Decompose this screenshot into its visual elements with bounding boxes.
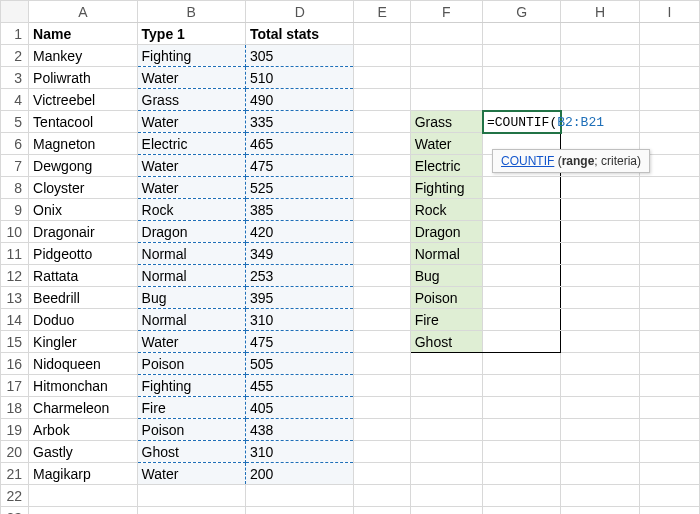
col-header-G[interactable]: G <box>483 1 561 23</box>
cell-B22[interactable] <box>137 485 245 507</box>
cell-D15[interactable]: 475 <box>246 331 354 353</box>
cell-I15[interactable] <box>639 331 699 353</box>
cell-E20[interactable] <box>354 441 410 463</box>
cell-H19[interactable] <box>561 419 639 441</box>
row-header-19[interactable]: 19 <box>1 419 29 441</box>
cell-G15[interactable] <box>483 331 561 353</box>
cell-E6[interactable] <box>354 133 410 155</box>
cell-D16[interactable]: 505 <box>246 353 354 375</box>
cell-I13[interactable] <box>639 287 699 309</box>
cell-D20[interactable]: 310 <box>246 441 354 463</box>
cell-D13[interactable]: 395 <box>246 287 354 309</box>
cell-H11[interactable] <box>561 243 639 265</box>
cell-G19[interactable] <box>483 419 561 441</box>
cell-A19[interactable]: Arbok <box>29 419 137 441</box>
cell-I17[interactable] <box>639 375 699 397</box>
cell-F23[interactable] <box>410 507 482 515</box>
cell-A6[interactable]: Magneton <box>29 133 137 155</box>
cell-H18[interactable] <box>561 397 639 419</box>
cell-E14[interactable] <box>354 309 410 331</box>
cell-B6[interactable]: Electric <box>137 133 245 155</box>
cell-I10[interactable] <box>639 221 699 243</box>
cell-A9[interactable]: Onix <box>29 199 137 221</box>
cell-B19[interactable]: Poison <box>137 419 245 441</box>
cell-H8[interactable] <box>561 177 639 199</box>
cell-D6[interactable]: 465 <box>246 133 354 155</box>
cell-F4[interactable] <box>410 89 482 111</box>
cell-B3[interactable]: Water <box>137 67 245 89</box>
row-header-7[interactable]: 7 <box>1 155 29 177</box>
cell-A5[interactable]: Tentacool <box>29 111 137 133</box>
cell-E12[interactable] <box>354 265 410 287</box>
cell-E9[interactable] <box>354 199 410 221</box>
cell-D3[interactable]: 510 <box>246 67 354 89</box>
col-header-E[interactable]: E <box>354 1 410 23</box>
cell-H10[interactable] <box>561 221 639 243</box>
cell-D10[interactable]: 420 <box>246 221 354 243</box>
row-header-13[interactable]: 13 <box>1 287 29 309</box>
cell-G16[interactable] <box>483 353 561 375</box>
col-header-F[interactable]: F <box>410 1 482 23</box>
cell-H9[interactable] <box>561 199 639 221</box>
cell-F19[interactable] <box>410 419 482 441</box>
cell-B16[interactable]: Poison <box>137 353 245 375</box>
cell-I11[interactable] <box>639 243 699 265</box>
cell-B2[interactable]: Fighting <box>137 45 245 67</box>
col-header-I[interactable]: I <box>639 1 699 23</box>
cell-E23[interactable] <box>354 507 410 515</box>
cell-H22[interactable] <box>561 485 639 507</box>
cell-G2[interactable] <box>483 45 561 67</box>
cell-B4[interactable]: Grass <box>137 89 245 111</box>
cell-I1[interactable] <box>639 23 699 45</box>
cell-D12[interactable]: 253 <box>246 265 354 287</box>
cell-F3[interactable] <box>410 67 482 89</box>
cell-H15[interactable] <box>561 331 639 353</box>
cell-E16[interactable] <box>354 353 410 375</box>
cell-H13[interactable] <box>561 287 639 309</box>
cell-F2[interactable] <box>410 45 482 67</box>
cell-H14[interactable] <box>561 309 639 331</box>
cell-E11[interactable] <box>354 243 410 265</box>
cell-A11[interactable]: Pidgeotto <box>29 243 137 265</box>
row-header-9[interactable]: 9 <box>1 199 29 221</box>
cell-D11[interactable]: 349 <box>246 243 354 265</box>
cell-F9[interactable]: Rock <box>410 199 482 221</box>
cell-B11[interactable]: Normal <box>137 243 245 265</box>
col-header-B[interactable]: B <box>137 1 245 23</box>
cell-E17[interactable] <box>354 375 410 397</box>
cell-B1[interactable]: Type 1 <box>137 23 245 45</box>
row-header-11[interactable]: 11 <box>1 243 29 265</box>
cell-F18[interactable] <box>410 397 482 419</box>
cell-I8[interactable] <box>639 177 699 199</box>
cell-I21[interactable] <box>639 463 699 485</box>
row-header-6[interactable]: 6 <box>1 133 29 155</box>
cell-D19[interactable]: 438 <box>246 419 354 441</box>
cell-E10[interactable] <box>354 221 410 243</box>
cell-F1[interactable] <box>410 23 482 45</box>
cell-F17[interactable] <box>410 375 482 397</box>
cell-B13[interactable]: Bug <box>137 287 245 309</box>
cell-B10[interactable]: Dragon <box>137 221 245 243</box>
cell-B21[interactable]: Water <box>137 463 245 485</box>
row-header-1[interactable]: 1 <box>1 23 29 45</box>
cell-F15[interactable]: Ghost <box>410 331 482 353</box>
cell-A16[interactable]: Nidoqueen <box>29 353 137 375</box>
cell-G17[interactable] <box>483 375 561 397</box>
cell-E7[interactable] <box>354 155 410 177</box>
row-header-14[interactable]: 14 <box>1 309 29 331</box>
cell-F5[interactable]: Grass <box>410 111 482 133</box>
row-header-2[interactable]: 2 <box>1 45 29 67</box>
cell-E3[interactable] <box>354 67 410 89</box>
cell-H2[interactable] <box>561 45 639 67</box>
col-header-D[interactable]: D <box>246 1 354 23</box>
col-header-A[interactable]: A <box>29 1 137 23</box>
row-header-22[interactable]: 22 <box>1 485 29 507</box>
cell-D9[interactable]: 385 <box>246 199 354 221</box>
cell-D18[interactable]: 405 <box>246 397 354 419</box>
cell-B7[interactable]: Water <box>137 155 245 177</box>
cell-F13[interactable]: Poison <box>410 287 482 309</box>
cell-F7[interactable]: Electric <box>410 155 482 177</box>
cell-F22[interactable] <box>410 485 482 507</box>
row-header-18[interactable]: 18 <box>1 397 29 419</box>
cell-G12[interactable] <box>483 265 561 287</box>
